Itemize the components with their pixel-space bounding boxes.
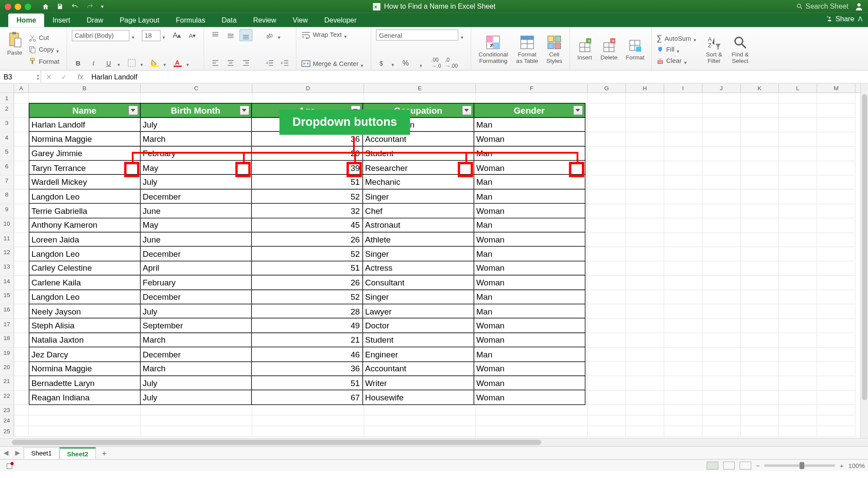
cell[interactable] [702,405,741,416]
column-header-B[interactable]: B [29,84,140,92]
table-row[interactable]: Normina MaggieMarch36AccountantWoman [29,361,584,376]
align-middle-icon[interactable] [224,29,237,41]
cell[interactable] [588,319,626,333]
cell[interactable] [779,416,817,426]
cell[interactable] [702,132,741,147]
row-header-8[interactable]: 8 [0,190,14,204]
cell[interactable] [664,319,702,333]
cell[interactable] [817,377,855,391]
cell[interactable] [14,132,29,147]
cell[interactable] [741,377,779,391]
increase-decimal-icon[interactable]: .00→.0 [430,57,443,69]
row-header-15[interactable]: 15 [0,290,14,304]
cell[interactable] [741,347,779,362]
table-cell[interactable]: Accountant [362,361,474,376]
row-header-2[interactable]: 2 [0,104,14,118]
cell[interactable] [626,175,664,190]
table-cell[interactable]: April [140,261,251,275]
cell[interactable] [664,416,702,426]
table-row[interactable]: Langdon LeoDecember52SingerMan [29,246,584,261]
cell[interactable] [14,93,29,103]
table-cell[interactable]: Woman [473,261,585,275]
table-cell[interactable]: Lawyer [362,304,474,318]
table-cell[interactable]: December [140,246,251,261]
cell[interactable] [779,204,817,219]
cell[interactable] [817,132,855,147]
cell[interactable] [588,333,626,347]
column-header-I[interactable]: I [664,84,702,92]
sheet-tab-sheet1[interactable]: Sheet1 [23,447,59,459]
cell[interactable] [741,362,779,377]
table-cell[interactable]: Terrie Gabriella [29,203,140,218]
table-cell[interactable]: Taryn Terrance [29,160,140,175]
cell[interactable] [626,391,664,405]
cell[interactable] [664,204,702,219]
table-row[interactable]: Steph AlisiaSeptember49DoctorWoman [29,318,584,333]
cell[interactable] [664,219,702,233]
clear-button[interactable]: Clear [657,55,699,65]
cell[interactable] [588,416,626,426]
table-cell[interactable]: December [140,289,251,304]
cell[interactable] [626,304,664,319]
cell[interactable] [588,347,626,362]
table-row[interactable]: Neely JaysonJuly28LawyerMan [29,304,584,318]
table-cell[interactable]: May [140,160,251,175]
cell[interactable] [664,233,702,247]
qat-customize-icon[interactable]: ▾ [101,3,104,10]
row-header-11[interactable]: 11 [0,233,14,247]
cell[interactable] [702,204,741,219]
table-row[interactable]: Anthony KameronMay45AstronautMan [29,218,584,232]
cell[interactable] [779,233,817,247]
table-cell[interactable]: June [140,203,251,218]
table-cell[interactable]: 32 [251,203,363,218]
search-sheet-box[interactable]: Search Sheet [796,2,848,10]
ribbon-tab-insert[interactable]: Insert [44,13,78,27]
table-cell[interactable]: March [140,361,251,376]
row-header-6[interactable]: 6 [0,161,14,175]
align-left-icon[interactable] [209,57,222,69]
table-row[interactable]: Carley CelestineApril51ActressWoman [29,261,584,275]
cell[interactable] [664,290,702,304]
table-cell[interactable]: 26 [251,275,363,290]
ribbon-tab-draw[interactable]: Draw [78,13,111,27]
format-as-table-button[interactable]: Format as Table [514,33,540,65]
table-header-gender[interactable]: Gender [473,103,585,118]
cell[interactable] [817,233,855,247]
cell[interactable] [664,304,702,319]
table-cell[interactable]: February [140,275,251,290]
row-header-14[interactable]: 14 [0,276,14,290]
table-cell[interactable]: Anthony Kameron [29,218,140,232]
row-header-25[interactable]: 25 [0,426,14,437]
cell[interactable] [702,93,741,103]
table-cell[interactable]: Woman [473,318,585,333]
cell[interactable] [626,190,664,204]
column-header-E[interactable]: E [364,84,476,92]
cell[interactable] [702,304,741,319]
table-cell[interactable]: Man [473,218,585,232]
wrap-text-button[interactable]: Wrap Text [301,29,366,40]
cell[interactable] [626,132,664,147]
cell[interactable] [588,132,626,147]
cell[interactable] [702,190,741,204]
cell[interactable] [779,276,817,290]
cell[interactable] [626,416,664,426]
cell[interactable] [626,161,664,175]
table-cell[interactable]: Normina Maggie [29,361,140,376]
cell[interactable] [14,304,29,319]
cell[interactable] [664,132,702,147]
table-cell[interactable]: Normina Maggie [29,131,140,146]
cell[interactable] [702,333,741,347]
cell[interactable] [14,118,29,132]
table-cell[interactable]: Student [362,332,474,347]
cell[interactable] [702,161,741,175]
cell[interactable] [741,233,779,247]
add-sheet-button[interactable]: + [96,448,112,458]
decrease-decimal-icon[interactable]: .0→.00 [445,57,458,69]
increase-font-icon[interactable]: A▴ [170,29,183,41]
cell[interactable] [702,233,741,247]
cell[interactable] [702,175,741,190]
table-cell[interactable]: 67 [251,390,363,405]
zoom-window-button[interactable] [25,3,31,10]
cell[interactable] [29,426,140,437]
row-header-24[interactable]: 24 [0,416,14,426]
